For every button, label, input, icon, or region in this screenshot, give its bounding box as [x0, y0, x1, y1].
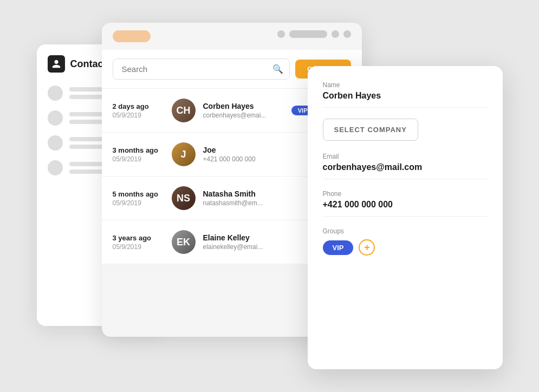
window-topbar — [102, 23, 362, 50]
groups-row: VIP + — [323, 239, 488, 256]
email-label: Email — [323, 153, 488, 160]
window-pill — [289, 30, 327, 38]
window-dot-3 — [343, 30, 351, 38]
contact-name: Corben Hayes — [203, 102, 284, 110]
detail-phone-section: Phone +421 000 000 000 — [323, 190, 488, 217]
contact-time-ago: 3 years ago — [113, 234, 164, 242]
contact-avatar: EK — [172, 230, 196, 254]
phone-label: Phone — [323, 190, 488, 198]
contact-avatar: CH — [172, 99, 196, 122]
skeleton-avatar — [48, 160, 63, 175]
name-label: Name — [323, 81, 488, 89]
detail-groups-section: Groups VIP + — [323, 227, 488, 256]
contact-date: 05/9/2019 — [113, 155, 164, 163]
contact-date: 05/9/2019 — [113, 199, 164, 207]
phone-value: +421 000 000 000 — [323, 200, 488, 217]
vip-group-badge[interactable]: VIP — [323, 240, 354, 255]
contact-time: 3 months ago 05/9/2019 — [113, 146, 164, 163]
skeleton-avatar — [48, 135, 63, 151]
person-icon — [51, 59, 61, 69]
email-value: corbenhayes@mail.com — [323, 162, 488, 179]
contacts-app-icon — [48, 55, 65, 73]
topbar-pill — [113, 30, 151, 42]
detail-email-section: Email corbenhayes@mail.com — [323, 153, 488, 179]
search-icon: 🔍 — [272, 64, 283, 74]
contact-time: 5 months ago 05/9/2019 — [113, 190, 164, 207]
contact-detail-panel: Name Corben Hayes SELECT COMPANY Email c… — [308, 66, 503, 369]
name-value: Corben Hayes — [323, 91, 488, 108]
add-group-button[interactable]: + — [359, 239, 375, 256]
contact-time: 3 years ago 05/9/2019 — [113, 234, 164, 251]
search-input-wrap: 🔍 — [113, 58, 290, 80]
contact-time-ago: 5 months ago — [113, 190, 164, 198]
contact-time-ago: 2 days ago — [113, 102, 164, 110]
search-input[interactable] — [113, 58, 290, 80]
contact-time-ago: 3 months ago — [113, 146, 164, 154]
skeleton-avatar — [48, 110, 63, 126]
contact-time: 2 days ago 05/9/2019 — [113, 102, 164, 119]
contact-info: Corben Hayes corbenhayes@emai... — [203, 102, 284, 119]
contact-sub: corbenhayes@emai... — [203, 112, 284, 119]
groups-label: Groups — [323, 227, 488, 235]
select-company-button[interactable]: SELECT COMPANY — [323, 119, 418, 141]
window-controls — [277, 30, 351, 38]
skeleton-avatar — [48, 86, 63, 101]
contact-avatar: J — [172, 142, 196, 166]
detail-name-section: Name Corben Hayes — [323, 81, 488, 108]
contact-avatar: NS — [172, 186, 196, 210]
window-dot-2 — [332, 30, 339, 38]
window-dot-1 — [277, 30, 285, 38]
contact-date: 05/9/2019 — [113, 112, 164, 119]
contact-date: 05/9/2019 — [113, 243, 164, 251]
